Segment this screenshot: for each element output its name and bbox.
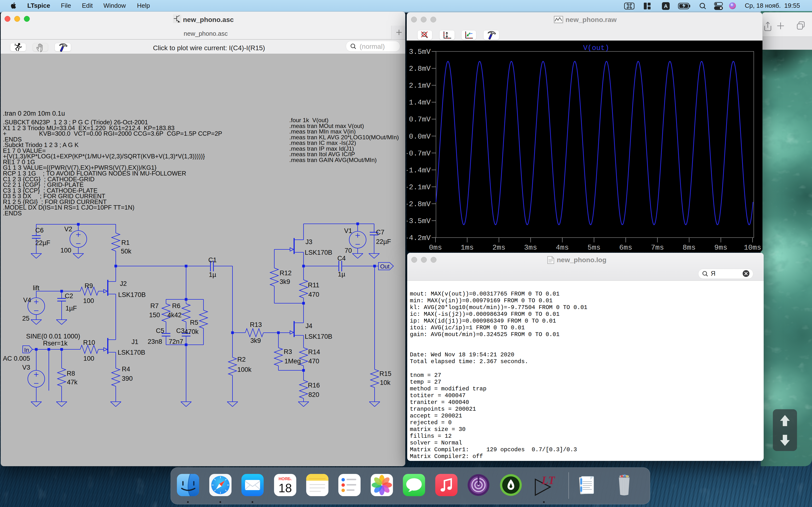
svg-text:23n8: 23n8 — [148, 338, 162, 345]
svg-text:R15: R15 — [379, 370, 392, 377]
svg-text:LSK170B: LSK170B — [305, 249, 332, 256]
svg-text:R13: R13 — [250, 321, 262, 328]
svg-text:1.4mV: 1.4mV — [409, 99, 430, 107]
svg-text:100: 100 — [83, 355, 94, 362]
svg-text:V3: V3 — [22, 364, 30, 371]
svg-text:100: 100 — [60, 247, 71, 254]
svg-text:22µF: 22µF — [35, 239, 50, 246]
svg-text:820: 820 — [308, 391, 319, 398]
svg-text:0ms: 0ms — [429, 243, 442, 252]
svg-text:25: 25 — [22, 315, 30, 322]
svg-text:.meas tran GAIN AVG(MOut/MIn): .meas tran GAIN AVG(MOut/MIn) — [289, 157, 377, 163]
svg-text:.ENDS: .ENDS — [3, 210, 22, 217]
svg-text:7ms: 7ms — [651, 243, 664, 252]
svg-text:LSK170B: LSK170B — [118, 291, 146, 298]
svg-text:150: 150 — [149, 312, 160, 319]
svg-text:V2: V2 — [64, 225, 72, 233]
svg-text:390: 390 — [122, 375, 133, 382]
svg-text:Rser=1k: Rser=1k — [43, 340, 68, 347]
svg-text:22µF: 22µF — [376, 238, 391, 245]
svg-text:9ms: 9ms — [714, 243, 727, 252]
svg-text:C3: C3 — [176, 327, 185, 334]
svg-text:8ms: 8ms — [683, 243, 696, 252]
svg-text:100k: 100k — [237, 366, 252, 373]
svg-text:70: 70 — [345, 247, 352, 254]
svg-text:100: 100 — [83, 297, 94, 304]
svg-text:-3.5mV: -3.5mV — [407, 217, 430, 225]
svg-text:V(out): V(out) — [583, 44, 609, 52]
svg-text:10ms: 10ms — [744, 243, 761, 252]
svg-text:1µ: 1µ — [338, 271, 345, 278]
svg-text:72n7: 72n7 — [169, 338, 183, 345]
svg-text:lift: lift — [33, 284, 39, 292]
svg-text:5ms: 5ms — [588, 243, 601, 252]
svg-text:НОЯБ.: НОЯБ. — [278, 476, 292, 481]
svg-text:C5: C5 — [156, 327, 164, 334]
svg-text:0.0mV: 0.0mV — [409, 132, 430, 141]
svg-text:J1: J1 — [132, 338, 139, 345]
svg-text:-4.2mV: -4.2mV — [407, 234, 430, 242]
svg-text:A: A — [664, 3, 668, 9]
svg-text:C6: C6 — [35, 227, 44, 234]
svg-text:R11: R11 — [308, 282, 319, 289]
svg-text:-2.8mV: -2.8mV — [407, 200, 430, 208]
svg-text:J2: J2 — [120, 280, 127, 287]
svg-text:R16: R16 — [308, 382, 320, 389]
svg-text:R4: R4 — [122, 365, 130, 373]
svg-text:C4: C4 — [337, 255, 346, 262]
svg-text:1µ: 1µ — [209, 271, 216, 278]
svg-text:R7: R7 — [150, 302, 159, 309]
svg-text:R9: R9 — [85, 282, 93, 289]
svg-text:SINE(0 0.01 1000): SINE(0 0.01 1000) — [26, 333, 80, 340]
svg-text:47k: 47k — [67, 379, 78, 386]
svg-text:2.1mV: 2.1mV — [409, 81, 430, 90]
svg-text:-2.1mV: -2.1mV — [407, 183, 430, 191]
svg-text:3k9: 3k9 — [280, 278, 290, 285]
svg-text:R12: R12 — [280, 270, 292, 277]
svg-text:-0.7mV: -0.7mV — [407, 150, 430, 158]
svg-text:1µF: 1µF — [65, 305, 77, 312]
svg-text:470: 470 — [308, 357, 319, 365]
svg-text:R1: R1 — [121, 239, 130, 246]
svg-text:C1: C1 — [208, 257, 217, 264]
svg-text:R14: R14 — [308, 348, 320, 356]
svg-text:2.8mV: 2.8mV — [409, 65, 430, 73]
svg-text:3ms: 3ms — [524, 243, 537, 252]
svg-text:R6: R6 — [172, 302, 181, 309]
svg-text:AC 0.005: AC 0.005 — [3, 355, 30, 362]
svg-text:R3: R3 — [284, 348, 292, 355]
svg-text:C2: C2 — [65, 292, 73, 300]
svg-text:V4: V4 — [23, 296, 31, 304]
svg-text:R5: R5 — [190, 319, 198, 326]
svg-text:LSK170B: LSK170B — [118, 349, 145, 356]
svg-text:1ms: 1ms — [461, 243, 474, 252]
svg-text:18: 18 — [278, 482, 292, 495]
svg-text:4ms: 4ms — [556, 243, 569, 252]
svg-text:.tran 0 20m 10m 0.1u: .tran 0 20m 10m 0.1u — [3, 110, 65, 117]
svg-text:J3: J3 — [305, 238, 312, 245]
svg-text:3.5mV: 3.5mV — [409, 48, 430, 56]
svg-text:R2: R2 — [237, 356, 246, 363]
svg-text:R8: R8 — [67, 370, 75, 377]
svg-text:+ KVB=300.0: + KVB=300.0 VCT=0.00 RGI=2000 CCG=3.6P C… — [3, 130, 222, 137]
svg-text:V1: V1 — [344, 227, 352, 234]
svg-text:4k42: 4k42 — [167, 312, 182, 319]
svg-text:470: 470 — [308, 291, 319, 298]
svg-text:-1.4mV: -1.4mV — [407, 166, 430, 175]
svg-text:0.7mV: 0.7mV — [409, 115, 430, 124]
svg-text:.MODEL DX D(IS=1N RS=1 CJO=10P: .MODEL DX D(IS=1N RS=1 CJO=10PF TT=1N) — [3, 204, 134, 211]
svg-text:J4: J4 — [305, 322, 312, 330]
svg-text:50k: 50k — [121, 248, 132, 255]
svg-text:470k: 470k — [185, 328, 199, 335]
svg-text:1Meg: 1Meg — [285, 357, 301, 365]
svg-text:Out: Out — [380, 263, 390, 270]
svg-text:R10: R10 — [83, 339, 95, 346]
svg-text:In: In — [24, 347, 29, 353]
svg-text:3k9: 3k9 — [250, 337, 261, 344]
svg-text:LSK170B: LSK170B — [305, 333, 332, 340]
svg-text:C7: C7 — [376, 229, 385, 236]
svg-text:10k: 10k — [380, 379, 391, 386]
svg-text:2ms: 2ms — [492, 243, 505, 252]
svg-text:6ms: 6ms — [619, 243, 632, 252]
svg-text:LT: LT — [541, 474, 555, 487]
